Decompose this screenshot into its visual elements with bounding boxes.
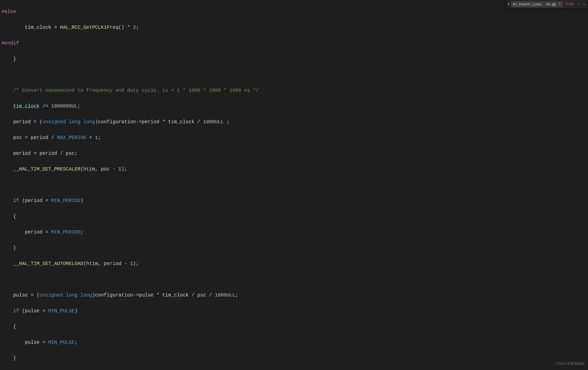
code-line: } bbox=[1, 55, 588, 63]
find-prev-button[interactable] bbox=[576, 2, 582, 7]
find-regex-button[interactable]: .* bbox=[557, 2, 562, 7]
code-line: tim_clock = HAL_RCC_GetPCLK1Freq() * 2; bbox=[1, 24, 588, 32]
token-function: __HAL_TIM_SET_PRESCALER bbox=[13, 166, 80, 172]
token-keyword: unsigned bbox=[42, 119, 66, 125]
code-line: } bbox=[1, 354, 588, 362]
code-line: __HAL_TIM_SET_AUTORELOAD(htim, period - … bbox=[1, 260, 588, 268]
token-macro: MAX_PERIOD bbox=[57, 135, 86, 140]
token-number: 2 bbox=[133, 25, 136, 30]
token-keyword: if bbox=[13, 308, 19, 314]
token-macro: MIN_PULSE bbox=[48, 340, 74, 345]
code-line bbox=[1, 181, 588, 189]
token-macro: MIN_PERIOD bbox=[51, 230, 80, 235]
token-function: __HAL_TIM_SET_AUTORELOAD bbox=[13, 261, 83, 266]
find-toggle-replace[interactable] bbox=[507, 0, 511, 8]
code-line: if (period < MIN_PERIOD) bbox=[1, 197, 588, 205]
code-line: period = (unsigned long long)configurati… bbox=[1, 118, 588, 126]
code-line: } bbox=[1, 244, 588, 252]
arrow-down-icon bbox=[583, 2, 586, 6]
code-line: period = period / psc; bbox=[1, 150, 588, 158]
code-line: tim_clock /= 1000000UL; bbox=[1, 102, 588, 110]
token-macro: MIN_PULSE bbox=[48, 308, 74, 314]
token-number: 1000ULL bbox=[215, 292, 235, 298]
find-input[interactable] bbox=[513, 2, 545, 6]
code-line: { bbox=[1, 213, 588, 221]
find-whole-word-button[interactable]: ab bbox=[551, 2, 556, 7]
code-line: pulse = MIN_PULSE; bbox=[1, 339, 588, 347]
token-number: 1000000UL bbox=[51, 104, 77, 109]
find-match-case-button[interactable]: Aa bbox=[546, 2, 551, 7]
code-line bbox=[1, 71, 588, 79]
find-result-count: 无结果 bbox=[565, 0, 574, 8]
code-line: { bbox=[1, 323, 588, 331]
code-line: if (pulse < MIN_PULSE) bbox=[1, 307, 588, 315]
code-editor[interactable]: #else tim_clock = HAL_RCC_GetPCLK1Freq()… bbox=[0, 0, 588, 370]
code-line: /* Convert nanosecond to frequency and d… bbox=[1, 87, 588, 95]
token-number: 1000ULL bbox=[203, 119, 224, 125]
token-preproc: #else bbox=[1, 9, 16, 14]
code-line bbox=[1, 276, 588, 284]
chevron-right-icon bbox=[507, 3, 510, 6]
token-macro: MIN_PERIOD bbox=[51, 198, 80, 204]
code-line: psc = period / MAX_PERIOD + 1; bbox=[1, 134, 588, 142]
code-line: #endif bbox=[1, 40, 588, 48]
find-input-container: Aa ab .* bbox=[511, 1, 563, 7]
find-next-button[interactable] bbox=[582, 2, 587, 7]
watermark: CSDN @夏侯城临 bbox=[556, 360, 585, 368]
code-line: period = MIN_PERIOD; bbox=[1, 228, 588, 236]
token-preproc: #endif bbox=[1, 40, 19, 46]
token-function: HAL_RCC_GetPCLK1Freq bbox=[60, 25, 118, 30]
arrow-up-icon bbox=[577, 2, 581, 6]
token-keyword: if bbox=[13, 198, 19, 204]
code-line: #else bbox=[1, 8, 588, 16]
code-line: pulse = (unsigned long long)configuratio… bbox=[1, 292, 588, 300]
token-comment: /* Convert nanosecond to frequency and d… bbox=[13, 88, 259, 93]
code-line: __HAL_TIM_SET_PRESCALER(htim, psc - 1); bbox=[1, 166, 588, 174]
token-variable: tim_clock bbox=[13, 104, 39, 109]
find-widget: Aa ab .* 无结果 bbox=[507, 0, 587, 8]
